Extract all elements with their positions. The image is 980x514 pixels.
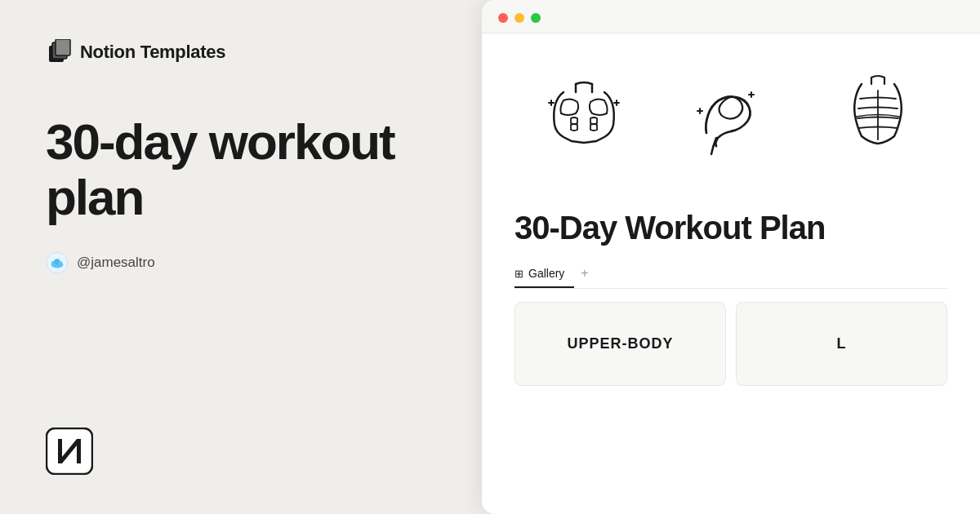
- gallery-tab-label: Gallery: [528, 267, 564, 280]
- template-title: 30-day workout plan: [46, 114, 436, 225]
- gallery-card-upper-body[interactable]: UPPER-BODY: [514, 302, 726, 386]
- partial-card-label: L: [837, 335, 847, 352]
- gallery-card-partial[interactable]: L: [736, 302, 947, 386]
- workout-icon-abs: [817, 60, 939, 174]
- workout-icon-arm: [670, 60, 792, 174]
- notion-page-title: 30-Day Workout Plan: [514, 210, 947, 246]
- gallery-tab[interactable]: ⊞ Gallery: [514, 260, 574, 288]
- left-panel: Notion Templates 30-day workout plan @ja…: [0, 0, 482, 514]
- right-panel: 30-Day Workout Plan ⊞ Gallery + UPPER-BO…: [482, 0, 980, 514]
- content-area: 30-Day Workout Plan ⊞ Gallery + UPPER-BO…: [482, 190, 980, 399]
- view-tabs: ⊞ Gallery +: [514, 259, 947, 289]
- notion-brand-icon: [46, 39, 72, 65]
- window-minimize-dot[interactable]: [514, 13, 524, 23]
- window-maximize-dot[interactable]: [531, 13, 541, 23]
- svg-point-11: [58, 262, 63, 267]
- window-close-dot[interactable]: [498, 13, 508, 23]
- banner-area: [482, 33, 980, 190]
- brand-title: Notion Templates: [80, 42, 225, 63]
- author-avatar-icon: [46, 251, 69, 274]
- gallery-grid: UPPER-BODY L: [514, 302, 947, 399]
- add-view-button[interactable]: +: [574, 259, 595, 289]
- author-name: @jamesaltro: [77, 255, 155, 271]
- author-row: @jamesaltro: [46, 251, 436, 274]
- gallery-tab-icon: ⊞: [514, 268, 523, 280]
- svg-rect-2: [56, 39, 70, 55]
- upper-body-label: UPPER-BODY: [567, 335, 673, 352]
- notion-n-icon: [46, 428, 93, 475]
- brand-header: Notion Templates: [46, 39, 436, 65]
- notion-content: 30-Day Workout Plan ⊞ Gallery + UPPER-BO…: [482, 33, 980, 399]
- window-chrome: [482, 0, 980, 33]
- workout-icon-chest: [523, 60, 645, 174]
